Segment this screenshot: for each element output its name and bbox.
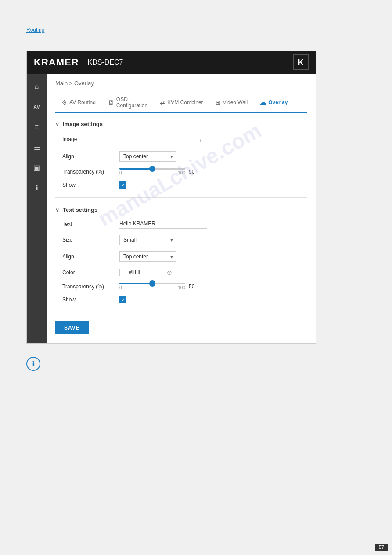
text-transparency-value: 50: [189, 283, 199, 290]
image-control: ⬚: [119, 134, 307, 145]
info-icon: ℹ: [36, 184, 38, 192]
display-icon: ▣: [33, 163, 40, 172]
sidebar-item-routing[interactable]: ≡: [27, 118, 47, 136]
text-chevron-icon: ∨: [55, 207, 59, 213]
image-settings-title: Image settings: [63, 121, 103, 127]
image-slider-track[interactable]: [119, 168, 185, 170]
top-routing-link[interactable]: Routing: [26, 27, 44, 33]
text-settings-title: Text settings: [63, 207, 97, 213]
tab-video-wall-label: Video Wall: [223, 99, 248, 105]
image-align-row: Align Top center Top left Top right Cent…: [55, 151, 307, 162]
text-size-select[interactable]: Small Medium Large: [119, 235, 176, 245]
kvm-icon: ⇄: [160, 99, 165, 106]
section-separator-2: [55, 312, 307, 312]
image-slider-with-labels: 0 100: [119, 168, 185, 175]
save-button[interactable]: SAVE: [55, 321, 89, 334]
color-row: #ffffff ⊙: [119, 268, 307, 276]
overlay-icon: ☁: [260, 99, 266, 106]
text-show-checkbox[interactable]: [119, 296, 126, 303]
image-show-label: Show: [62, 182, 119, 188]
section-separator-1: [55, 197, 307, 198]
page-wrapper: Routing KRAMER KDS-DEC7 K ⌂ AV ≡: [0, 0, 392, 555]
routing-icon: ≡: [35, 123, 39, 131]
sidebar-item-home[interactable]: ⌂: [27, 77, 47, 96]
app-container: KRAMER KDS-DEC7 K ⌂ AV ≡ ⚌: [26, 51, 316, 344]
main-content: Main > Overlay ⚙ AV Routing 🖥 OSDConfigu…: [47, 74, 316, 343]
image-transparency-label: Transparency (%): [62, 169, 119, 175]
text-slider-thumb[interactable]: [149, 280, 155, 287]
tab-kvm-combiner[interactable]: ⇄ KVM Combiner: [154, 95, 209, 109]
image-upload-icon: ⬚: [200, 136, 205, 143]
image-chevron-icon: ∨: [55, 121, 59, 127]
image-input-field[interactable]: ⬚: [119, 134, 207, 145]
video-wall-icon: ⊞: [216, 99, 221, 106]
image-label: Image: [62, 136, 119, 142]
tab-av-routing[interactable]: ⚙ AV Routing: [55, 95, 102, 109]
image-transparency-slider-container: 0 100 50: [119, 168, 307, 175]
color-picker-icon[interactable]: ⊙: [167, 269, 172, 276]
tab-overlay[interactable]: ☁ Overlay: [254, 95, 294, 109]
breadcrumb-text: Main > Overlay: [55, 80, 94, 87]
tab-kvm-label: KVM Combiner: [167, 99, 203, 105]
sidebar-item-info[interactable]: ℹ: [27, 178, 47, 197]
text-slider-max: 100: [178, 285, 185, 290]
image-align-label: Align: [62, 153, 119, 160]
kramer-logo: KRAMER: [34, 57, 79, 68]
osd-icon: 🖥: [108, 99, 114, 106]
text-transparency-slider-container: 0 100 50: [119, 283, 307, 290]
image-show-checkbox[interactable]: [119, 181, 126, 189]
color-swatch[interactable]: [119, 269, 126, 276]
text-control: [119, 219, 307, 229]
text-size-select-wrapper: Small Medium Large ▼: [119, 235, 176, 245]
image-slider-fill: [119, 168, 152, 170]
tab-osd-config[interactable]: 🖥 OSDConfiguration: [102, 93, 154, 112]
image-settings-header[interactable]: ∨ Image settings: [55, 121, 307, 127]
tab-av-routing-label: AV Routing: [69, 99, 96, 105]
text-color-label: Color: [62, 269, 119, 276]
image-show-row: Show: [55, 181, 307, 189]
sidebar-item-settings[interactable]: ⚌: [27, 138, 47, 156]
text-input-field[interactable]: [119, 219, 207, 229]
sidebar-item-av[interactable]: AV: [27, 98, 47, 116]
text-show-label: Show: [62, 297, 119, 303]
text-align-select[interactable]: Top center Top left Top right Center Bot…: [119, 251, 176, 262]
text-align-label: Align: [62, 254, 119, 260]
info-circle-icon: ℹ: [26, 357, 40, 371]
tab-video-wall[interactable]: ⊞ Video Wall: [209, 95, 254, 109]
av-routing-icon: ⚙: [61, 99, 67, 106]
breadcrumb: Main > Overlay: [55, 80, 307, 87]
image-slider-thumb[interactable]: [149, 166, 155, 172]
text-slider-track[interactable]: [119, 283, 185, 284]
text-settings-section: ∨ Text settings Text Size: [55, 207, 307, 303]
text-align-control: Top center Top left Top right Center Bot…: [119, 251, 307, 262]
text-row: Text: [55, 219, 307, 229]
sidebar: ⌂ AV ≡ ⚌ ▣ ℹ: [27, 74, 47, 343]
text-show-control: [119, 296, 307, 303]
tab-osd-label: OSDConfiguration: [116, 96, 147, 109]
kramer-k-badge: K: [293, 54, 309, 70]
text-transparency-label: Transparency (%): [62, 283, 119, 290]
sidebar-item-display[interactable]: ▣: [27, 158, 47, 177]
text-size-row: Size Small Medium Large ▼: [55, 235, 307, 245]
text-slider-with-labels: 0 100: [119, 283, 185, 290]
text-settings-header[interactable]: ∨ Text settings: [55, 207, 307, 213]
color-text-value[interactable]: #ffffff: [129, 268, 164, 276]
tabs-bar: ⚙ AV Routing 🖥 OSDConfiguration ⇄ KVM Co…: [55, 93, 307, 113]
text-color-row: Color #ffffff ⊙: [55, 268, 307, 276]
text-slider-fill: [119, 283, 152, 284]
text-size-control: Small Medium Large ▼: [119, 235, 307, 245]
header-left: KRAMER KDS-DEC7: [34, 57, 123, 68]
image-transparency-control: 0 100 50: [119, 168, 307, 175]
app-body: ⌂ AV ≡ ⚌ ▣ ℹ: [27, 74, 316, 343]
text-label: Text: [62, 221, 119, 227]
image-row: Image ⬚: [55, 134, 307, 145]
text-color-control: #ffffff ⊙: [119, 268, 307, 276]
image-slider-min: 0: [119, 170, 122, 175]
settings-icon: ⚌: [34, 143, 40, 152]
text-align-row: Align Top center Top left Top right Cent…: [55, 251, 307, 262]
app-header: KRAMER KDS-DEC7 K: [27, 51, 316, 74]
text-align-select-wrapper: Top center Top left Top right Center Bot…: [119, 251, 176, 262]
home-icon: ⌂: [35, 83, 39, 91]
image-align-select[interactable]: Top center Top left Top right Center Bot…: [119, 151, 176, 162]
image-align-control: Top center Top left Top right Center Bot…: [119, 151, 307, 162]
